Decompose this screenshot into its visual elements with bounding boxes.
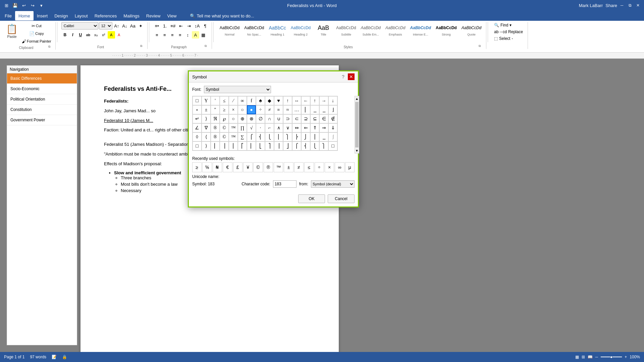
menu-mailings[interactable]: Mailings bbox=[120, 11, 143, 20]
symbol-cell[interactable]: ™ bbox=[229, 132, 238, 141]
symbol-cell[interactable]: ® bbox=[211, 132, 220, 141]
view-read-icon[interactable]: 📖 bbox=[588, 355, 593, 359]
shading-button[interactable]: A bbox=[192, 31, 199, 39]
from-dropdown[interactable]: Symbol (decimal) Unicode (hex) bbox=[311, 180, 355, 188]
symbol-cell[interactable]: ⎯ bbox=[319, 105, 328, 114]
symbol-cell[interactable]: ◊ bbox=[193, 132, 202, 141]
grow-font-button[interactable]: A↑ bbox=[113, 22, 120, 29]
symbol-cell[interactable]: ⊗ bbox=[247, 114, 256, 123]
symbol-cell[interactable]: f bbox=[247, 96, 256, 105]
symbol-cell[interactable]: ∅ bbox=[256, 114, 265, 123]
symbol-cell[interactable]: ○ bbox=[238, 105, 247, 114]
style-strong[interactable]: AaBbCcDd Strong bbox=[434, 22, 459, 37]
show-formatting-button[interactable]: ¶ bbox=[202, 22, 209, 29]
nav-item-political-orientation[interactable]: Political Orientation bbox=[7, 94, 77, 105]
symbol-cell[interactable]: ″ bbox=[211, 105, 220, 114]
symbol-cell[interactable]: ≡ bbox=[274, 105, 283, 114]
decrease-indent-button[interactable]: ⇤ bbox=[177, 22, 185, 29]
symbol-cell[interactable]: © bbox=[220, 123, 229, 132]
symbol-cell[interactable]: ∨ bbox=[283, 123, 292, 132]
symbol-cell[interactable]: ⎨ bbox=[256, 132, 265, 141]
scroll-up-button[interactable]: ▲ bbox=[355, 96, 359, 101]
symbol-cell[interactable]: ⎰ bbox=[328, 132, 337, 141]
bold-button[interactable]: B bbox=[61, 31, 69, 39]
clear-formatting-button[interactable]: ✦ bbox=[137, 22, 145, 29]
symbol-cell[interactable]: □ bbox=[193, 96, 202, 105]
symbol-cell[interactable]: ± bbox=[202, 105, 211, 114]
symbol-cell[interactable]: ⎜ bbox=[211, 141, 220, 150]
symbol-cell[interactable]: ∩ bbox=[265, 114, 274, 123]
style-intense-emphasis[interactable]: AaBbCcDd Intense E... bbox=[408, 22, 433, 37]
find-button[interactable]: 🔍 Find ▾ bbox=[492, 22, 525, 28]
symbol-cell[interactable]: ↔ bbox=[292, 96, 301, 105]
symbol-cell[interactable]: ⎫ bbox=[319, 141, 328, 150]
font-color-button[interactable]: A bbox=[115, 31, 123, 39]
symbol-cell[interactable]: ⇔ bbox=[292, 123, 301, 132]
line-spacing-button[interactable]: ↕ bbox=[184, 31, 192, 39]
font-name-select[interactable]: Calibri bbox=[61, 22, 98, 29]
symbol-grid-scrollbar[interactable]: ▲ ▼ bbox=[355, 96, 359, 154]
zoom-slider[interactable]: ━━━━●━━━━ bbox=[601, 355, 622, 359]
shrink-font-button[interactable]: A↓ bbox=[121, 22, 128, 29]
symbol-cell[interactable]: ⎡ bbox=[238, 141, 247, 150]
symbol-cell[interactable]: ♥ bbox=[274, 96, 283, 105]
symbol-cell[interactable]: ⇒ bbox=[319, 123, 328, 132]
symbol-cell[interactable]: ⌐ bbox=[265, 123, 274, 132]
symbol-cell[interactable]: ⎯ bbox=[310, 105, 319, 114]
symbol-cell[interactable]: □ bbox=[328, 141, 337, 150]
symbol-cell[interactable]: ℘ bbox=[220, 114, 229, 123]
symbol-cell[interactable]: ∪ bbox=[274, 114, 283, 123]
symbol-cell[interactable]: ℜ bbox=[211, 114, 220, 123]
symbol-cell[interactable]: ∧ bbox=[274, 123, 283, 132]
redo-button[interactable]: ↪ bbox=[29, 2, 36, 9]
symbol-cell[interactable]: ⟩ bbox=[202, 114, 211, 123]
symbol-cell[interactable]: ⎮ bbox=[310, 132, 319, 141]
clipboard-expand-icon[interactable]: ⧉ bbox=[48, 45, 53, 50]
symbol-cell[interactable]: ↓ bbox=[328, 96, 337, 105]
sort-button[interactable]: ↕A bbox=[194, 22, 201, 29]
recently-used-cell[interactable]: ₦ bbox=[213, 162, 222, 172]
recently-used-cell[interactable]: ⅝ bbox=[202, 162, 212, 172]
nav-item-government-power[interactable]: Government Power bbox=[7, 115, 77, 125]
symbol-font-select[interactable]: Symbol Arial Times New Roman bbox=[204, 86, 271, 93]
align-right-button[interactable]: ≡ bbox=[169, 31, 176, 39]
recently-used-cell[interactable]: ≤ bbox=[304, 162, 314, 172]
symbol-cell[interactable]: ⎥ bbox=[274, 141, 283, 150]
menu-view[interactable]: View bbox=[164, 11, 180, 20]
select-button[interactable]: ⬚ Select - bbox=[492, 36, 525, 42]
recently-used-cell[interactable]: ∞ bbox=[335, 162, 344, 172]
symbol-cell[interactable]: ⎜ bbox=[301, 105, 310, 114]
style-emphasis[interactable]: AaBbCcDd Emphasis bbox=[383, 22, 407, 37]
recently-used-cell[interactable]: ™ bbox=[274, 162, 283, 172]
recently-used-cell[interactable]: ± bbox=[284, 162, 293, 172]
symbol-cell[interactable]: ∠ bbox=[193, 123, 202, 132]
menu-design[interactable]: Design bbox=[51, 11, 71, 20]
format-painter-button[interactable]: 🖌 Format Painter bbox=[20, 38, 53, 45]
symbol-cell[interactable]: ⎢ bbox=[247, 141, 256, 150]
view-print-icon[interactable]: ▦ bbox=[575, 355, 579, 359]
symbol-cell[interactable]: ← bbox=[301, 96, 310, 105]
symbol-cell[interactable]: × bbox=[229, 105, 238, 114]
symbol-cell[interactable]: ⎯ bbox=[319, 132, 328, 141]
customize-qat-button[interactable]: ▾ bbox=[38, 2, 45, 9]
style-subtitle[interactable]: AaBbCcDd Subtitle bbox=[334, 22, 358, 37]
symbol-cell[interactable]: ⊆ bbox=[310, 114, 319, 123]
styles-expand-icon[interactable]: ⧉ bbox=[479, 44, 483, 49]
align-center-button[interactable]: ≡ bbox=[161, 31, 168, 39]
symbol-cell[interactable]: · bbox=[256, 123, 265, 132]
symbol-cell[interactable]: ⇑ bbox=[310, 123, 319, 132]
symbol-cell[interactable]: Υ bbox=[202, 96, 211, 105]
symbol-cell[interactable]: ⎧ bbox=[247, 132, 256, 141]
change-case-button[interactable]: Aa bbox=[129, 22, 137, 29]
scroll-thumb[interactable] bbox=[355, 102, 359, 147]
subscript-button[interactable]: x₂ bbox=[92, 31, 100, 39]
justify-button[interactable]: ≡ bbox=[176, 31, 184, 39]
symbol-cell[interactable]: ⎦ bbox=[283, 141, 292, 150]
symbol-cell[interactable]: ⎨ bbox=[301, 141, 310, 150]
recently-used-cell[interactable]: × bbox=[325, 162, 334, 172]
symbol-cell[interactable]: ● bbox=[247, 105, 256, 114]
symbol-cell[interactable]: ∘ bbox=[193, 105, 202, 114]
symbol-cell[interactable]: ® bbox=[211, 123, 220, 132]
symbol-cell[interactable]: ⊂ bbox=[292, 114, 301, 123]
copy-button[interactable]: 📄 Copy bbox=[20, 30, 53, 37]
